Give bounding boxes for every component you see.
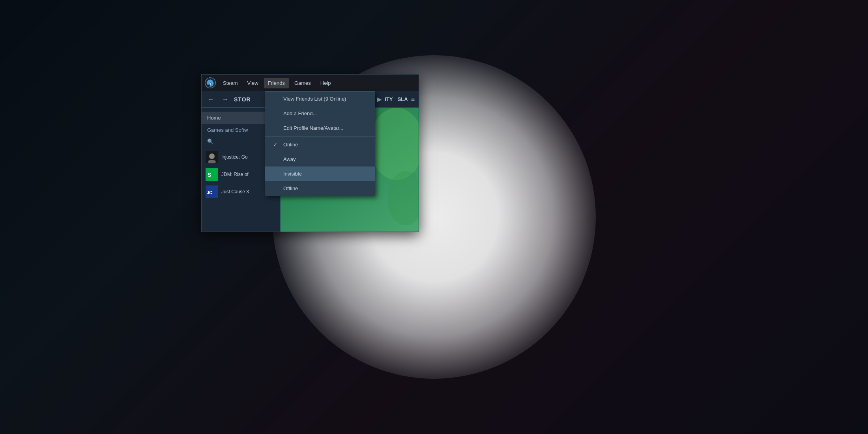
dropdown-item-away[interactable]: Away <box>265 152 375 166</box>
play-button[interactable]: ▶ <box>377 95 382 103</box>
menu-bar: Steam View Friends Games Help <box>202 75 419 91</box>
games-menu[interactable]: Games <box>290 78 315 88</box>
dropdown-item-offline[interactable]: Offline <box>265 181 375 196</box>
steam-window: Steam View Friends Games Help ← → STOR ⊞… <box>201 74 419 232</box>
dropdown-separator-1 <box>265 136 375 137</box>
friends-dropdown-menu: View Friends List (9 Online) Add a Frien… <box>265 91 375 196</box>
check-online: ✓ <box>273 142 279 148</box>
svg-point-1 <box>210 83 211 85</box>
view-menu[interactable]: View <box>243 78 262 88</box>
dropdown-label-online: Online <box>283 142 298 148</box>
background-overlay <box>0 0 868 434</box>
search-icon: 🔍 <box>207 138 213 144</box>
game-name-jdm: JDM: Rise of <box>221 172 249 177</box>
svg-text:S: S <box>208 172 211 178</box>
dropdown-label-invisible: Invisible <box>283 171 302 177</box>
back-button[interactable]: ← <box>206 94 217 105</box>
steam-menu[interactable]: Steam <box>219 78 242 88</box>
game-thumb-jdm: S <box>206 168 218 181</box>
dropdown-item-edit-profile[interactable]: Edit Profile Name/Avatar... <box>265 121 375 135</box>
dropdown-item-view-friends[interactable]: View Friends List (9 Online) <box>265 92 375 106</box>
svg-text:JC: JC <box>207 190 212 195</box>
friends-menu[interactable]: Friends <box>264 78 289 88</box>
dropdown-label-away: Away <box>283 156 296 162</box>
game-thumb-injustice <box>206 151 218 163</box>
help-menu[interactable]: Help <box>316 78 335 88</box>
dropdown-label-offline: Offline <box>283 185 298 191</box>
game-thumb-justcause: JC <box>206 185 218 198</box>
game-name-injustice: Injustice: Go <box>221 154 248 160</box>
svg-point-3 <box>209 153 215 159</box>
forward-button[interactable]: → <box>220 94 231 105</box>
dropdown-label-view-friends: View Friends List (9 Online) <box>283 96 346 102</box>
dropdown-label-add-friend: Add a Friend... <box>283 110 317 116</box>
steam-logo-icon <box>205 77 216 88</box>
dropdown-item-add-friend[interactable]: Add a Friend... <box>265 106 375 121</box>
list-menu-button[interactable]: ≡ <box>411 96 415 103</box>
game-name-justcause: Just Cause 3 <box>221 189 249 195</box>
community-label: ITY <box>385 96 393 102</box>
slash-label: SLA <box>398 96 408 102</box>
nav-right-buttons: ⊞ ▶ ITY SLA ≡ <box>369 95 415 103</box>
dropdown-item-invisible[interactable]: Invisible <box>265 166 375 181</box>
dropdown-item-online[interactable]: ✓ Online <box>265 137 375 152</box>
dropdown-label-edit-profile: Edit Profile Name/Avatar... <box>283 125 343 131</box>
